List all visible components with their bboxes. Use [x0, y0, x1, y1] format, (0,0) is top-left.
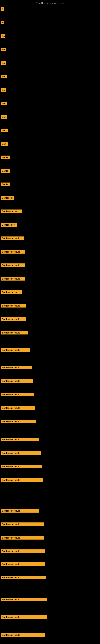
bar-label-37: Bottleneck result [1, 522, 44, 526]
bar-row-42: Bottleneck result [1, 598, 47, 601]
bar-label-17: Bottleneck r [1, 223, 17, 226]
bar-row-15: Bottleneck [1, 196, 14, 200]
bar-label-6: Bot [1, 75, 7, 78]
bar-label-36: Bottleneck result [1, 509, 39, 512]
bar-row-1: B [1, 7, 3, 11]
bar-label-40: Bottleneck result [1, 562, 45, 566]
bar-label-2: Bo [1, 21, 4, 24]
bar-label-4: Bo [1, 48, 6, 51]
bar-row-2: Bo [1, 21, 4, 24]
bar-row-39: Bottleneck result [1, 550, 45, 553]
bar-row-27: Bottleneck result [1, 366, 32, 369]
bar-label-15: Bottleneck [1, 196, 14, 200]
bar-row-38: Bottleneck result [1, 536, 44, 540]
bar-label-29: Bottleneck result [1, 393, 34, 396]
bar-row-41: Bottleneck result [1, 576, 46, 580]
bar-label-34: Bottleneck result [1, 465, 42, 468]
bar-row-13: Bottle [1, 169, 10, 173]
bar-label-3: Bo [1, 34, 5, 38]
bar-label-10: Bott [1, 128, 8, 132]
bar-label-14: Bottle [1, 182, 10, 186]
bar-row-8: Bot [1, 102, 7, 105]
bar-row-33: Bottleneck result [1, 451, 41, 455]
bar-row-19: Bottleneck result [1, 250, 25, 254]
bar-label-24: Bottleneck result [1, 317, 26, 321]
bar-row-21: Bottleneck result [1, 277, 25, 280]
bar-row-11: Bott [1, 142, 8, 146]
bar-label-22: Bottleneck resu [1, 290, 22, 294]
bar-label-1: B [1, 7, 3, 11]
bar-label-26: Bottleneck result [1, 348, 30, 352]
bar-row-35: Bottleneck result [1, 478, 43, 482]
bar-label-7: Bo [1, 88, 6, 92]
bar-row-26: Bottleneck result [1, 348, 30, 352]
bar-row-6: Bot [1, 75, 7, 78]
bar-label-38: Bottleneck result [1, 536, 44, 540]
bar-label-13: Bottle [1, 169, 10, 173]
bar-row-5: Bo [1, 61, 6, 65]
bar-row-7: Bo [1, 88, 6, 92]
bar-row-3: Bo [1, 34, 5, 38]
bar-label-28: Bottleneck result [1, 379, 33, 383]
bar-row-17: Bottleneck r [1, 223, 17, 226]
bar-label-39: Bottleneck result [1, 550, 45, 553]
bar-label-31: Bottleneck result [1, 420, 36, 423]
bar-row-4: Bo [1, 48, 6, 51]
bar-label-21: Bottleneck result [1, 277, 25, 280]
bar-label-19: Bottleneck result [1, 250, 25, 254]
bar-row-37: Bottleneck result [1, 522, 44, 526]
bar-row-44: Bottleneck result [1, 633, 45, 637]
bar-row-30: Bottleneck result [1, 406, 35, 410]
bar-row-18: Bottleneck result [1, 236, 24, 240]
bar-label-32: Bottleneck result [1, 438, 39, 441]
bar-label-5: Bo [1, 61, 6, 65]
bar-label-44: Bottleneck result [1, 633, 45, 637]
bar-row-12: Bottle [1, 156, 10, 159]
bar-label-20: Bottleneck result [1, 264, 25, 267]
bar-label-12: Bottle [1, 156, 10, 159]
bar-label-11: Bott [1, 142, 8, 146]
bar-row-34: Bottleneck result [1, 465, 42, 468]
bar-label-16: Bottleneck resu [1, 210, 22, 213]
bar-row-23: Bottleneck result [1, 304, 26, 308]
bar-label-18: Bottleneck result [1, 236, 24, 240]
bar-row-9: Bot [1, 115, 7, 119]
bar-label-30: Bottleneck result [1, 406, 35, 410]
bar-label-35: Bottleneck result [1, 478, 43, 482]
bar-label-27: Bottleneck result [1, 366, 32, 369]
bar-label-41: Bottleneck result [1, 576, 46, 580]
bar-label-23: Bottleneck result [1, 304, 26, 308]
bar-row-20: Bottleneck result [1, 264, 25, 267]
bar-row-43: Bottleneck result [1, 615, 47, 619]
bar-row-28: Bottleneck result [1, 379, 33, 383]
bar-row-29: Bottleneck result [1, 393, 34, 396]
bar-row-31: Bottleneck result [1, 420, 36, 423]
bar-row-32: Bottleneck result [1, 438, 39, 441]
bar-row-14: Bottle [1, 182, 10, 186]
bar-row-25: Bottleneck result [1, 331, 28, 334]
bar-row-16: Bottleneck resu [1, 210, 22, 213]
bar-label-43: Bottleneck result [1, 615, 47, 619]
bar-row-40: Bottleneck result [1, 562, 45, 566]
bar-label-8: Bot [1, 102, 7, 105]
bar-label-25: Bottleneck result [1, 331, 28, 334]
bar-label-42: Bottleneck result [1, 598, 47, 601]
bar-row-10: Bott [1, 128, 8, 132]
bar-row-22: Bottleneck resu [1, 290, 22, 294]
bar-row-36: Bottleneck result [1, 509, 39, 512]
bar-row-24: Bottleneck result [1, 317, 26, 321]
bar-label-9: Bot [1, 115, 7, 119]
site-title: TheBottlenecker.com [0, 0, 100, 6]
bar-label-33: Bottleneck result [1, 451, 41, 455]
